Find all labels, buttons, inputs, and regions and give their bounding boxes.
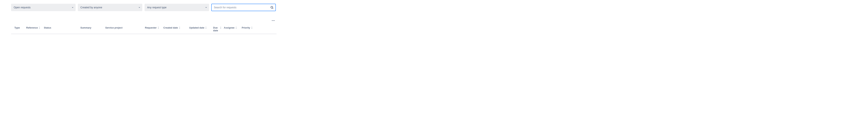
sort-icon	[205, 27, 207, 29]
column-label: Updated date	[189, 26, 204, 29]
column-header-requester[interactable]: Requester	[145, 26, 163, 29]
column-label: Requester	[145, 26, 157, 29]
filters-row: Open requests Created by anyone Any requ…	[11, 4, 857, 11]
column-header-reference[interactable]: Reference	[26, 26, 44, 29]
search-icon	[270, 6, 274, 9]
svg-point-2	[272, 20, 273, 21]
column-header-due-date[interactable]: Due date	[213, 26, 224, 32]
column-header-summary[interactable]: Summary	[81, 26, 105, 29]
column-header-service-project[interactable]: Service project	[105, 26, 145, 29]
more-horizontal-icon	[271, 19, 275, 23]
table-header-row: Type Reference Status Summary Service pr…	[11, 25, 277, 34]
chevron-down-icon	[138, 6, 141, 8]
status-filter-label: Open requests	[13, 6, 31, 9]
column-label: Status	[44, 26, 51, 29]
column-header-created-date[interactable]: Created date	[163, 26, 189, 29]
sort-icon	[251, 27, 253, 29]
sort-icon	[235, 27, 237, 29]
column-label: Reference	[26, 26, 38, 29]
column-header-status[interactable]: Status	[44, 26, 81, 29]
sort-icon	[179, 27, 181, 29]
chevron-down-icon	[71, 6, 74, 8]
sort-icon	[38, 27, 40, 29]
more-actions-button[interactable]	[270, 18, 276, 24]
creator-filter-label: Created by anyone	[81, 6, 102, 9]
sort-icon	[157, 27, 159, 29]
column-header-assignee[interactable]: Assignee	[224, 26, 242, 29]
table-actions-row	[11, 18, 276, 24]
svg-point-0	[271, 6, 273, 8]
column-label: Summary	[81, 26, 91, 29]
svg-point-3	[273, 20, 273, 21]
sort-icon	[220, 27, 222, 29]
column-label: Type	[14, 26, 20, 29]
request-type-filter-label: Any request type	[147, 6, 166, 9]
request-type-filter-dropdown[interactable]: Any request type	[145, 4, 209, 11]
search-container	[211, 4, 276, 11]
creator-filter-dropdown[interactable]: Created by anyone	[78, 4, 142, 11]
column-header-priority[interactable]: Priority	[242, 26, 258, 29]
svg-point-4	[274, 20, 275, 21]
column-label: Created date	[163, 26, 178, 29]
chevron-down-icon	[205, 6, 207, 8]
column-label: Service project	[105, 26, 122, 29]
status-filter-dropdown[interactable]: Open requests	[11, 4, 75, 11]
column-header-updated-date[interactable]: Updated date	[189, 26, 213, 29]
svg-line-1	[273, 8, 273, 9]
column-label: Assignee	[224, 26, 235, 29]
column-label: Due date	[213, 26, 219, 32]
column-header-type[interactable]: Type	[14, 26, 26, 29]
search-input[interactable]	[214, 6, 270, 9]
column-label: Priority	[242, 26, 250, 29]
